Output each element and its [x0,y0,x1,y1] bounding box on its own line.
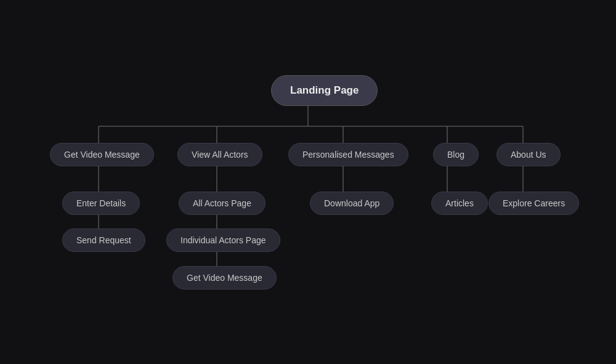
node-about-us: About Us [496,143,561,166]
node-download-app: Download App [310,192,394,215]
node-articles: Articles [431,192,488,215]
root-node: Landing Page [271,75,378,106]
node-view-all-actors: View All Actors [177,143,262,166]
node-send-request: Send Request [62,229,145,252]
connector-lines [0,0,616,364]
diagram: Landing Page Get Video Message Enter Det… [0,0,616,364]
node-get-video-message-2: Get Video Message [172,266,277,289]
node-blog: Blog [433,143,479,166]
node-individual-actors-page: Individual Actors Page [166,229,280,252]
node-personalised-messages: Personalised Messages [288,143,408,166]
node-explore-careers: Explore Careers [488,192,579,215]
node-get-video-message: Get Video Message [50,143,154,166]
node-enter-details: Enter Details [62,192,140,215]
node-all-actors-page: All Actors Page [179,192,265,215]
